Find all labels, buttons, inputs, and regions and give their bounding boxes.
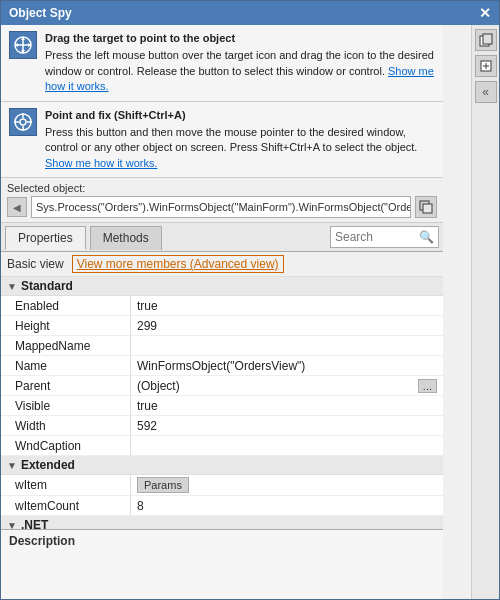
section-extended-label: Extended [21,458,75,472]
drag-body: Press the left mouse button over the tar… [45,49,434,76]
search-input[interactable] [335,230,415,244]
prop-value-name: WinFormsObject("OrdersView") [131,356,443,375]
search-box[interactable]: 🔍 [330,226,439,248]
right-toolbar: « [471,25,499,599]
selected-label: Selected object: [7,182,437,194]
params-button[interactable]: Params [137,477,189,493]
tabs-search-row: Properties Methods 🔍 [1,223,443,252]
drag-instruction: Drag the target to point to the object P… [1,25,443,102]
prop-row-witemcount[interactable]: wItemCount 8 [1,496,443,516]
point-instruction-text: Point and fix (Shift+Ctrl+A) Press this … [45,108,435,172]
toolbar-btn-2[interactable] [475,55,497,77]
parent-ellipsis-btn[interactable]: ... [418,379,437,393]
prop-name-witem: wItem [1,475,131,495]
prop-value-parent: (Object) ... [131,376,443,395]
svg-point-8 [20,119,26,125]
search-icon: 🔍 [419,230,434,244]
prop-row-height[interactable]: Height 299 [1,316,443,336]
section-net: ▼ .NET [1,516,443,529]
point-title: Point and fix (Shift+Ctrl+A) [45,108,435,123]
extended-toggle[interactable]: ▼ [7,460,17,471]
prop-name-enabled: Enabled [1,296,131,315]
prop-row-parent[interactable]: Parent (Object) ... [1,376,443,396]
prop-value-witem: Params [131,475,443,495]
drag-icon[interactable] [9,31,37,59]
selected-object-bar: Selected object: ◀ Sys.Process("Orders")… [1,178,443,223]
prop-row-name[interactable]: Name WinFormsObject("OrdersView") [1,356,443,376]
selected-path[interactable]: Sys.Process("Orders").WinFormsObject("Ma… [31,196,411,218]
section-extended: ▼ Extended [1,456,443,475]
prop-value-height: 299 [131,316,443,335]
prop-value-wndcaption [131,436,443,455]
prop-value-width: 592 [131,416,443,435]
toolbar-btn-3[interactable]: « [475,81,497,103]
window-title: Object Spy [9,6,72,20]
point-icon[interactable] [9,108,37,136]
prop-name-height: Height [1,316,131,335]
prop-row-wndcaption[interactable]: WndCaption [1,436,443,456]
prop-name-parent: Parent [1,376,131,395]
svg-rect-14 [423,204,432,213]
prop-row-visible[interactable]: Visible true [1,396,443,416]
section-standard-label: Standard [21,279,73,293]
prop-name-width: Width [1,416,131,435]
point-instruction: Point and fix (Shift+Ctrl+A) Press this … [1,102,443,179]
tab-methods[interactable]: Methods [90,226,162,250]
prop-value-visible: true [131,396,443,415]
description-label: Description [9,534,435,548]
path-action-button[interactable] [415,196,437,218]
prop-name-visible: Visible [1,396,131,415]
advanced-view-link[interactable]: View more members (Advanced view) [72,255,284,273]
basic-view-label: Basic view [7,257,64,271]
prop-name-name: Name [1,356,131,375]
prop-row-width[interactable]: Width 592 [1,416,443,436]
prop-row-enabled[interactable]: Enabled true [1,296,443,316]
drag-title: Drag the target to point to the object [45,31,435,46]
title-bar: Object Spy ✕ [1,1,499,25]
prop-name-mappedname: MappedName [1,336,131,355]
drag-instruction-text: Drag the target to point to the object P… [45,31,435,95]
prop-value-mappedname [131,336,443,355]
toolbar-btn-1[interactable] [475,29,497,51]
standard-toggle[interactable]: ▼ [7,281,17,292]
prop-row-mappedname[interactable]: MappedName [1,336,443,356]
net-toggle[interactable]: ▼ [7,520,17,529]
prop-value-enabled: true [131,296,443,315]
point-body: Press this button and then move the mous… [45,126,417,153]
prop-row-witem[interactable]: wItem Params [1,475,443,496]
prop-value-witemcount: 8 [131,496,443,515]
properties-table: ▼ Standard Enabled true Height 299 Mappe… [1,277,443,529]
prop-name-witemcount: wItemCount [1,496,131,515]
tabs-group: Properties Methods [5,225,164,249]
section-net-label: .NET [21,518,48,529]
svg-rect-16 [483,34,492,44]
point-link[interactable]: Show me how it works. [45,157,157,169]
tab-properties[interactable]: Properties [5,226,86,250]
object-spy-window: Object Spy ✕ D [0,0,500,600]
close-button[interactable]: ✕ [479,5,491,21]
section-standard: ▼ Standard [1,277,443,296]
prop-name-wndcaption: WndCaption [1,436,131,455]
parent-value-text: (Object) [137,379,180,393]
props-toolbar: Basic view View more members (Advanced v… [1,252,443,277]
back-button[interactable]: ◀ [7,197,27,217]
description-area: Description [1,529,443,599]
